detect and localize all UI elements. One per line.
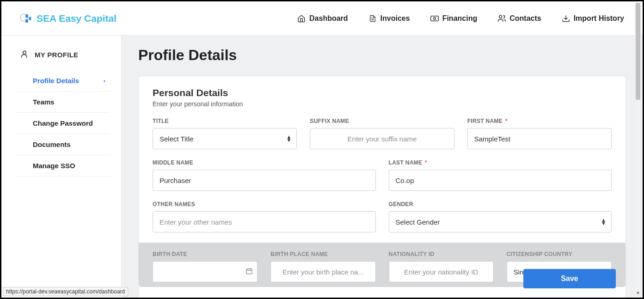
svg-rect-4 [430,16,438,21]
section-subtitle: Enter your personal information [153,100,612,108]
sidebar-list: Profile Details › Teams Change Password … [1,70,121,177]
last-name-input[interactable] [389,170,612,191]
nav-dashboard[interactable]: Dashboard [297,14,348,23]
svg-rect-1 [25,14,28,18]
label-citizenship: CITIZENSHIP COUNTRY [507,251,612,257]
form-row-3: OTHER NAMES GENDER ▲▼ [153,201,612,232]
main-layout: MY PROFILE Profile Details › Teams Chang… [1,36,643,298]
sidebar-item-teams[interactable]: Teams [15,92,110,113]
label-other-names: OTHER NAMES [153,201,376,207]
section-title: Personal Details [153,87,612,98]
nav-label: Invoices [380,14,410,23]
label-nationality: NATIONALITY ID [389,251,494,257]
nav-contacts[interactable]: Contacts [497,14,541,23]
gender-select[interactable] [389,211,612,232]
logo-icon [20,12,33,25]
label-middle-name: MIDDLE NAME [153,159,376,166]
field-nationality: NATIONALITY ID [389,251,494,282]
label-suffix: SUFFIX NAME [310,118,454,124]
svg-point-6 [499,15,502,18]
label-birth-date: BIRTH DATE [153,251,258,257]
field-first-name: FIRST NAME * [467,118,612,149]
personal-details-card: Personal Details Enter your personal inf… [138,76,626,298]
brand-name: SEA Easy Capital [37,13,117,24]
sidebar-header: MY PROFILE [1,49,121,70]
nav-label: Dashboard [309,14,348,23]
user-icon [20,49,29,60]
sidebar-item-label: Manage SSO [33,162,75,170]
field-middle-name: MIDDLE NAME [153,159,376,191]
nationality-input[interactable] [389,261,494,282]
top-nav: Dashboard Invoices Financing Contacts Im… [297,14,624,23]
field-title: TITLE ▲▼ [153,118,297,149]
suffix-input[interactable] [310,128,454,149]
sidebar-title: MY PROFILE [35,51,78,59]
status-bar-url: https://portal-dev.seaeasycapital.com/da… [3,287,128,296]
top-header: SEA Easy Capital Dashboard Invoices Fina… [1,1,643,36]
brand-logo[interactable]: SEA Easy Capital [20,12,117,25]
label-birth-place: BIRTH PLACE NAME [270,251,375,257]
vertical-scrollbar[interactable]: ▼ [635,3,641,296]
chevron-right-icon: › [104,77,105,84]
scrollbar-thumb[interactable] [636,3,640,100]
sidebar-item-manage-sso[interactable]: Manage SSO [15,155,110,177]
field-birth-place: BIRTH PLACE NAME [270,251,375,282]
save-button[interactable]: Save [523,269,616,288]
field-gender: GENDER ▲▼ [389,201,612,232]
sidebar-item-documents[interactable]: Documents [15,134,110,155]
middle-name-input[interactable] [153,170,376,191]
nav-label: Financing [442,14,478,23]
import-icon [562,14,570,23]
birth-place-input[interactable] [270,261,375,282]
label-first-name: FIRST NAME * [467,118,612,124]
scrollbar-down-arrow[interactable]: ▼ [635,290,641,296]
form-row-1: TITLE ▲▼ SUFFIX NAME FIRST NAME * [153,118,612,149]
nav-label: Contacts [509,14,541,23]
label-gender: GENDER [389,201,612,207]
page-title: Profile Details [138,47,626,64]
other-names-input[interactable] [153,211,376,232]
sidebar-item-label: Teams [33,98,54,106]
svg-rect-2 [25,19,28,22]
sidebar-item-change-password[interactable]: Change Password [15,113,110,134]
svg-point-5 [433,17,435,19]
birth-date-input[interactable] [153,261,258,282]
field-other-names: OTHER NAMES [153,201,376,232]
sidebar-item-label: Profile Details [33,77,79,85]
home-icon [297,14,306,23]
nav-label: Import History [574,14,624,23]
sidebar-item-profile-details[interactable]: Profile Details › [15,70,110,92]
field-last-name: LAST NAME * [389,159,612,191]
contacts-icon [497,14,506,23]
sidebar-item-label: Change Password [33,119,93,127]
label-last-name: LAST NAME * [389,159,612,166]
content-area: Profile Details Personal Details Enter y… [122,36,643,298]
nav-import-history[interactable]: Import History [562,14,624,23]
label-title: TITLE [153,118,297,124]
sidebar-item-label: Documents [33,140,71,148]
svg-rect-3 [29,17,31,20]
nav-invoices[interactable]: Invoices [368,14,410,23]
invoice-icon [368,14,377,23]
field-suffix: SUFFIX NAME [310,118,454,149]
financing-icon [430,14,439,23]
sidebar: MY PROFILE Profile Details › Teams Chang… [1,36,122,298]
title-select[interactable] [153,128,297,149]
nav-financing[interactable]: Financing [430,14,478,23]
svg-point-7 [23,51,26,54]
form-row-2: MIDDLE NAME LAST NAME * [153,159,612,191]
first-name-input[interactable] [467,128,612,149]
field-birth-date: BIRTH DATE [153,251,258,282]
